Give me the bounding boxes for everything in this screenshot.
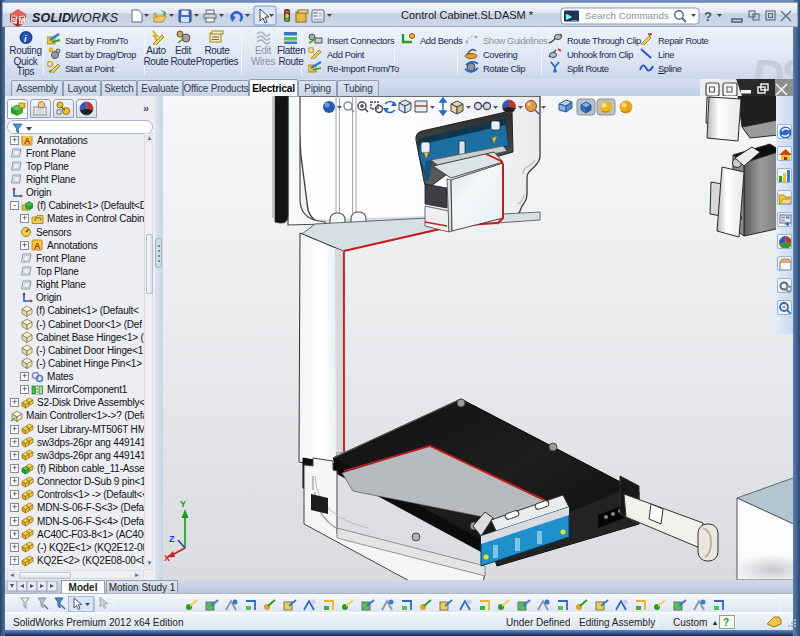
svg-text:Z: Z xyxy=(169,534,175,544)
svg-text:▶_: ▶_ xyxy=(566,12,577,21)
svg-text:SOLID: SOLID xyxy=(32,11,71,25)
svg-text:WORKS: WORKS xyxy=(70,11,119,25)
svg-text:Search Commands: Search Commands xyxy=(585,10,669,21)
svg-text:?: ? xyxy=(723,617,729,628)
svg-text:A: A xyxy=(24,136,31,146)
svg-text:X: X xyxy=(164,553,170,563)
svg-text:Y: Y xyxy=(180,499,186,509)
svg-text:A: A xyxy=(34,241,41,251)
svg-text:?: ? xyxy=(704,9,712,24)
svg-text:S: S xyxy=(12,17,17,24)
svg-text:W: W xyxy=(20,17,27,24)
